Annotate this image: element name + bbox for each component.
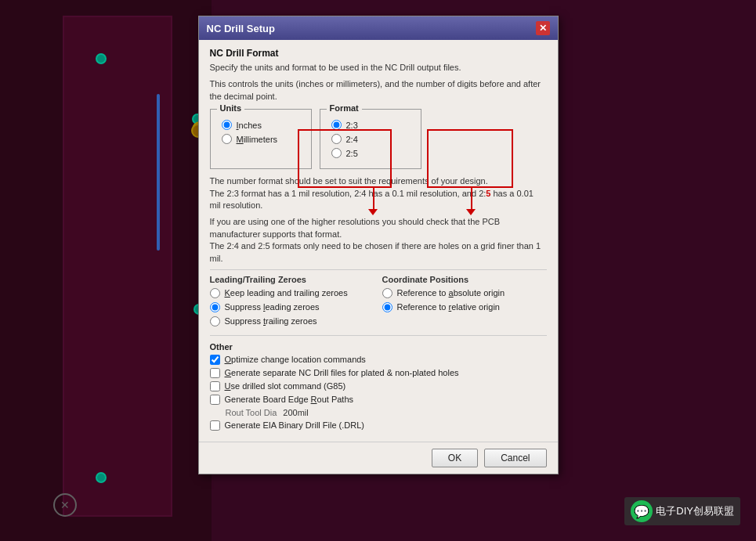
other-title: Other [210, 342, 547, 352]
checkbox-optimize-label: Optimize change location commands [225, 355, 366, 364]
checkbox-board-edge-input[interactable] [210, 395, 220, 405]
checkbox-board-edge-label: Generate Board Edge Rout Paths [225, 395, 354, 404]
radio-millimeters[interactable]: Millimeters [222, 134, 300, 144]
radio-suppress-trailing-label: Suppress trailing zeroes [225, 316, 317, 326]
radio-inches-label: Inches [237, 121, 262, 130]
brand-text: 电子DIY创易联盟 [656, 504, 734, 518]
section-format-desc2: This controls the units (inches or milli… [210, 78, 547, 103]
radio-inches[interactable]: Inches [222, 120, 300, 130]
cancel-button[interactable]: Cancel [484, 449, 546, 467]
radio-f23-label: 2:3 [346, 121, 358, 130]
checkbox-separate-nc-label: Generate separate NC Drill files for pla… [225, 368, 459, 377]
radio-f23[interactable]: 2:3 [331, 120, 410, 130]
radio-suppress-trailing-input[interactable] [210, 316, 220, 326]
separator-1 [210, 269, 547, 270]
leading-trailing-section: Leading/Trailing Zeroes Keep leading and… [210, 275, 374, 330]
radio-f25-label: 2:5 [346, 149, 358, 158]
rout-tool-value: 200mil [283, 408, 308, 417]
radio-keep-input[interactable] [210, 288, 220, 298]
units-format-row: Units Inches Millimeters Format [210, 109, 547, 169]
ok-button[interactable]: OK [432, 449, 478, 467]
radio-f25-input[interactable] [331, 148, 342, 158]
radio-f24-input[interactable] [331, 134, 342, 144]
units-group: Units Inches Millimeters [210, 109, 312, 169]
brand-icon: 💬 [631, 500, 653, 522]
checkbox-slot-cmd-label: Use drilled slot command (G85) [225, 381, 346, 391]
separator-2 [210, 335, 547, 336]
brand-icon-symbol: 💬 [634, 504, 649, 519]
rout-tool-row: Rout Tool Dia 200mil [226, 408, 547, 417]
section-format-title: NC Drill Format [210, 48, 547, 59]
radio-suppress-leading[interactable]: Suppress leading zeroes [210, 302, 374, 312]
radio-f24-label: 2:4 [346, 135, 358, 144]
units-group-label: Units [217, 103, 245, 113]
radio-millimeters-label: Millimeters [237, 135, 278, 144]
radio-absolute[interactable]: Reference to absolute origin [382, 288, 547, 298]
dialog-overlay: NC Drill Setup ✕ NC Drill Format Specify… [0, 0, 756, 541]
dialog-titlebar: NC Drill Setup ✕ [199, 16, 558, 40]
radio-suppress-leading-input[interactable] [210, 302, 220, 312]
note2: If you are using one of the higher resol… [210, 216, 547, 265]
radio-suppress-leading-label: Suppress leading zeroes [225, 302, 320, 312]
note1: The number format should be set to suit … [210, 175, 547, 211]
radio-relative[interactable]: Reference to relative origin [382, 302, 547, 312]
radio-absolute-input[interactable] [382, 288, 392, 298]
dialog-footer: OK Cancel [199, 442, 558, 474]
zeroes-coordinates-section: Leading/Trailing Zeroes Keep leading and… [210, 275, 547, 330]
radio-f24[interactable]: 2:4 [331, 134, 410, 144]
dialog-body: NC Drill Format Specify the units and fo… [199, 40, 558, 442]
checkbox-slot-cmd[interactable]: Use drilled slot command (G85) [210, 381, 547, 391]
dialog-title: NC Drill Setup [207, 23, 275, 34]
radio-f23-input[interactable] [331, 120, 342, 130]
radio-inches-input[interactable] [222, 120, 232, 130]
other-section: Other Optimize change location commands … [210, 342, 547, 431]
checkbox-separate-nc[interactable]: Generate separate NC Drill files for pla… [210, 368, 547, 378]
close-button[interactable]: ✕ [536, 21, 550, 35]
nc-drill-dialog: NC Drill Setup ✕ NC Drill Format Specify… [198, 16, 559, 474]
checkbox-optimize[interactable]: Optimize change location commands [210, 355, 547, 365]
coordinate-title: Coordinate Positions [382, 275, 547, 284]
radio-relative-input[interactable] [382, 302, 392, 312]
brand-watermark: 💬 电子DIY创易联盟 [624, 497, 740, 525]
format-group-label: Format [327, 103, 362, 113]
format-group: Format 2:3 2:4 2:5 [320, 109, 421, 169]
radio-keep-label: Keep leading and trailing zeroes [225, 288, 348, 298]
radio-f25[interactable]: 2:5 [331, 148, 410, 158]
radio-suppress-trailing[interactable]: Suppress trailing zeroes [210, 316, 374, 326]
checkbox-eia-binary[interactable]: Generate EIA Binary Drill File (.DRL) [210, 420, 547, 431]
radio-keep-zeroes[interactable]: Keep leading and trailing zeroes [210, 288, 374, 298]
radio-absolute-label: Reference to absolute origin [397, 288, 505, 298]
leading-trailing-title: Leading/Trailing Zeroes [210, 275, 374, 284]
radio-millimeters-input[interactable] [222, 134, 232, 144]
checkbox-separate-nc-input[interactable] [210, 368, 220, 378]
checkbox-optimize-input[interactable] [210, 355, 220, 365]
checkbox-board-edge[interactable]: Generate Board Edge Rout Paths [210, 395, 547, 405]
coordinate-section: Coordinate Positions Reference to absolu… [382, 275, 547, 330]
checkbox-eia-binary-label: Generate EIA Binary Drill File (.DRL) [225, 420, 365, 430]
rout-tool-label: Rout Tool Dia [226, 408, 277, 417]
section-format-desc1: Specify the units and format to be used … [210, 62, 547, 74]
checkbox-slot-cmd-input[interactable] [210, 381, 220, 391]
radio-relative-label: Reference to relative origin [397, 302, 500, 312]
checkbox-eia-binary-input[interactable] [210, 420, 220, 431]
